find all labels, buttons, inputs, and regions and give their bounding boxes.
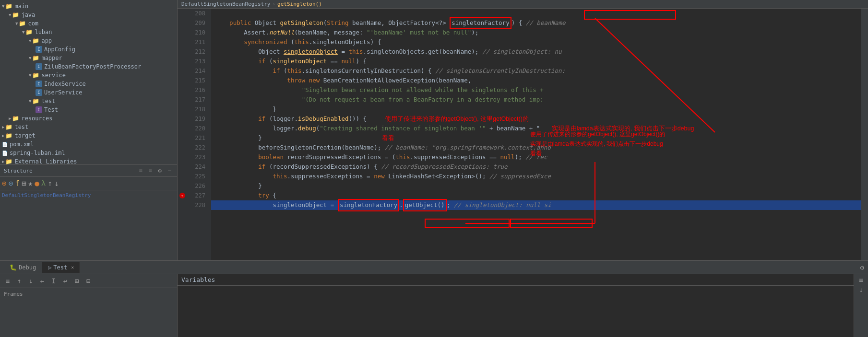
- step-rotate-btn[interactable]: ↩: [60, 276, 70, 286]
- struct-icon-1[interactable]: ⊕: [2, 179, 7, 188]
- frames-header: Frames: [2, 290, 175, 298]
- code-line-218: }: [211, 105, 861, 114]
- struct-icon-8[interactable]: ↑: [48, 179, 52, 188]
- debug-breakpoint-228: →: [178, 191, 187, 200]
- code-line-223: boolean recordSuppressedExceptions = (th…: [211, 152, 861, 162]
- tree-label-mapper: mapper: [41, 55, 62, 61]
- tree-item-test2[interactable]: ▶📁test: [0, 123, 177, 131]
- test-tab-close[interactable]: ✕: [71, 265, 74, 270]
- default-singleton-registry-item[interactable]: DefaultSingletonBeanRegistry: [0, 190, 177, 200]
- tree-item-mapper[interactable]: ▼📁mapper: [0, 54, 177, 62]
- line-number-222: 222: [194, 143, 208, 152]
- line-number-213: 213: [194, 57, 208, 66]
- tree-label-test: test: [41, 98, 55, 105]
- line-number-218: 218: [194, 105, 208, 114]
- line-number-226: 226: [194, 181, 208, 191]
- struct-icon-7[interactable]: λ: [41, 179, 46, 188]
- tree-label-testclass: Test: [44, 106, 58, 113]
- structure-sort-btn[interactable]: ≡: [146, 167, 154, 174]
- test-tab-label: Test: [53, 264, 67, 271]
- tree-item-indexservice[interactable]: CIndexService: [0, 80, 177, 88]
- tree-item-java[interactable]: ▼📁java: [0, 11, 177, 19]
- debugger-toolbar: ≡ ↑ ↓ ← I ↩ ⊞ ⊟: [0, 274, 177, 288]
- struct-icon-9[interactable]: ↓: [54, 179, 59, 188]
- tree-item-main[interactable]: ▼📁main: [0, 2, 177, 11]
- step-down-btn[interactable]: ↓: [26, 276, 36, 286]
- tree-item-luban[interactable]: ▼📁luban: [0, 28, 177, 36]
- code-line-220: logger.debug("Creating shared instance o…: [211, 124, 861, 133]
- structure-close-btn[interactable]: −: [166, 167, 173, 174]
- tree-label-main: main: [14, 3, 28, 10]
- line-number-223: 223: [194, 152, 208, 162]
- tree-item-userservice[interactable]: CUserService: [0, 88, 177, 97]
- tree-item-pom[interactable]: 📄pom.xml: [0, 140, 177, 149]
- struct-icon-6[interactable]: ●: [35, 179, 39, 188]
- more-btn[interactable]: ⊟: [83, 276, 93, 286]
- line-number-216: 216: [194, 85, 208, 95]
- tree-item-zilubfpp[interactable]: CZiluBeanFactoryPostProcessor: [0, 62, 177, 71]
- struct-icon-5[interactable]: ★: [28, 179, 33, 188]
- structure-align-btn[interactable]: ≡: [137, 167, 144, 174]
- eval-btn[interactable]: ⊞: [72, 276, 82, 286]
- code-editor: DefaultSingletonBeanRegistry › getSingle…: [178, 0, 868, 260]
- structure-panel: Structure ≡ ≡ ⚙ − ⊕ ⊙ f ⊞ ★ ● λ: [0, 164, 177, 260]
- line-number-215: 215: [194, 76, 208, 85]
- line-number-210: 210: [194, 28, 208, 37]
- struct-icon-4[interactable]: ⊞: [22, 179, 26, 188]
- variables-panel: Variables: [178, 274, 854, 337]
- breadcrumb-class: DefaultSingletonBeanRegistry: [181, 1, 270, 7]
- line-number-214: 214: [194, 66, 208, 76]
- code-line-219: if (logger.isDebugEnabled()) { 使用了传进来的形参…: [211, 114, 861, 124]
- code-scroll-area[interactable]: public Object getSingleton(String beanNa…: [211, 9, 861, 260]
- editor-area: ▼📁main▼📁java▼📁com▼📁luban▼📁appCAppConfig▼…: [0, 0, 868, 260]
- code-line-216: "Singleton bean creation not allowed whi…: [211, 85, 861, 95]
- tree-label-extlibs: External Libraries: [14, 158, 77, 164]
- tree-label-com: com: [28, 20, 38, 27]
- debug-tab[interactable]: 🐛 Debug: [4, 262, 42, 273]
- tree-item-target[interactable]: ▶📁target: [0, 131, 177, 140]
- bottom-right-btn-2[interactable]: ↓: [859, 286, 863, 293]
- tree-label-test2: test: [14, 124, 28, 130]
- sidebar-tree: ▼📁main▼📁java▼📁com▼📁luban▼📁appCAppConfig▼…: [0, 0, 177, 164]
- tree-item-extlibs[interactable]: ▶📁External Libraries: [0, 157, 177, 164]
- line-number-225: 225: [194, 172, 208, 181]
- structure-header: Structure ≡ ≡ ⚙ −: [0, 165, 177, 177]
- tree-item-springluban[interactable]: 📄spring-luban.iml: [0, 149, 177, 157]
- tree-item-app[interactable]: ▼📁app: [0, 36, 177, 45]
- code-line-225: this.suppressedExceptions = new LinkedHa…: [211, 172, 861, 181]
- code-line-214: if (this.singletonsCurrentlyInDestructio…: [211, 66, 861, 76]
- sidebar: ▼📁main▼📁java▼📁com▼📁luban▼📁appCAppConfig▼…: [0, 0, 178, 260]
- variables-label: Variables: [181, 276, 215, 283]
- test-tab[interactable]: ▷ Test ✕: [42, 262, 80, 273]
- step-back-btn[interactable]: ←: [37, 276, 47, 286]
- structure-settings-btn[interactable]: ⚙: [156, 167, 164, 174]
- bottom-tabs: 🐛 Debug ▷ Test ✕ ⚙: [0, 261, 868, 274]
- bottom-right-btn-1[interactable]: ≡: [859, 276, 863, 284]
- right-scrollbar[interactable]: [861, 9, 868, 260]
- tree-item-resources[interactable]: ▶📁resources: [0, 114, 177, 123]
- line-number-208: 208: [194, 9, 208, 18]
- tree-item-com[interactable]: ▼📁com: [0, 19, 177, 28]
- variables-header: Variables: [178, 274, 854, 286]
- code-line-208: [211, 9, 861, 18]
- tree-item-appconfig[interactable]: CAppConfig: [0, 45, 177, 54]
- tree-label-userservice: UserService: [44, 89, 82, 96]
- struct-icon-2[interactable]: ⊙: [9, 179, 13, 188]
- line-number-209: 209: [194, 18, 208, 28]
- bottom-settings-icon[interactable]: ⚙: [860, 264, 864, 271]
- tree-item-testclass[interactable]: CTest: [0, 105, 177, 114]
- step-i-btn[interactable]: I: [49, 276, 59, 286]
- tree-item-service[interactable]: ▼📁service: [0, 71, 177, 80]
- breadcrumb-method: getSingleton(): [277, 1, 322, 7]
- code-line-215: throw new BeanCreationNotAllowedExceptio…: [211, 76, 861, 85]
- code-line-221: } 看看: [211, 133, 861, 143]
- resume-btn[interactable]: ≡: [3, 276, 12, 286]
- bug-icon: 🐛: [10, 264, 17, 271]
- tree-item-test[interactable]: ▼📁test: [0, 97, 177, 105]
- step-over-arrow[interactable]: ↑: [14, 276, 24, 286]
- code-line-213: if (singletonObject == null) {: [211, 57, 861, 66]
- breakpoint-icon[interactable]: →: [179, 193, 185, 198]
- tree-label-zilubfpp: ZiluBeanFactoryPostProcessor: [44, 63, 141, 70]
- tree-label-resources: resources: [21, 115, 52, 122]
- struct-icon-3[interactable]: f: [15, 179, 20, 188]
